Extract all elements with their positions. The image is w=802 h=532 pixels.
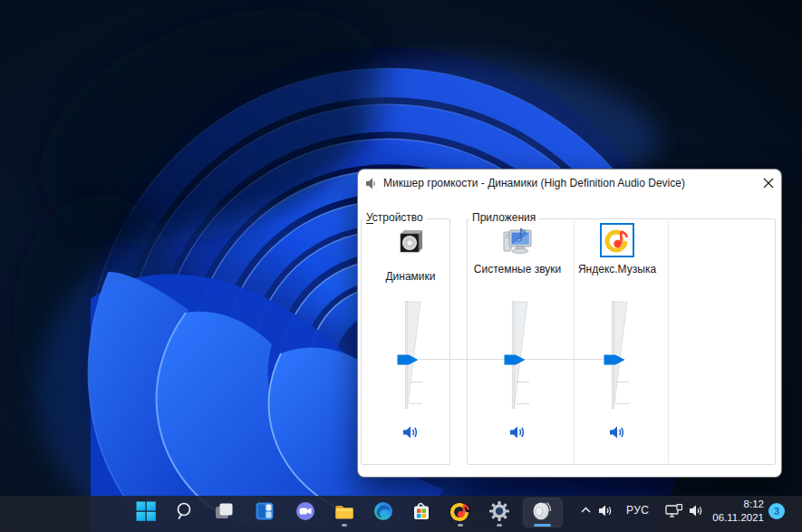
slider-thumb-system-sounds[interactable] [504,354,527,365]
notification-badge[interactable]: 3 [768,503,785,519]
tray-time: 8:12 [698,498,764,511]
mute-button-yandex-music[interactable] [606,423,628,441]
search-icon[interactable] [174,500,196,522]
mixer-channel-system-sounds: ♪ Системные звуки [472,218,563,465]
slider-thumb-speakers[interactable] [397,354,420,365]
channel-name: Системные звуки [474,263,561,276]
chat-icon[interactable] [295,500,316,522]
edge-icon[interactable] [372,500,394,522]
volume-mixer-window: Микшер громкости - Динамики (High Defini… [357,169,782,478]
tray-date: 06.11.2021 [698,511,764,525]
speaker-volume-icon [509,425,527,440]
yandex-music-icon [600,223,634,257]
speaker-volume-icon [402,425,420,440]
volume-mixer-app-icon [365,177,379,190]
running-indicator-yandex-music [458,524,463,527]
microsoft-store-icon[interactable] [411,500,432,522]
close-icon [763,178,774,189]
speakers-icon [396,227,425,256]
speaker-volume-icon [609,425,626,440]
start-button[interactable] [135,500,157,522]
taskbar: РУС 8:12 06.11.2021 3 [0,496,802,532]
running-indicator-file-explorer [342,524,347,527]
channel-name: Яндекс.Музыка [578,263,656,276]
yandex-music-taskbar-icon[interactable] [449,500,471,522]
window-titlebar[interactable]: Микшер громкости - Динамики (High Defini… [358,169,781,197]
svg-text:♪: ♪ [516,225,527,245]
file-explorer-icon[interactable] [333,500,355,522]
tray-clock[interactable]: 8:12 06.11.2021 [698,498,764,525]
volume-mixer-taskbar-icon[interactable] [531,500,553,522]
column-separator-2 [668,220,669,463]
mute-button-system-sounds[interactable] [507,423,528,441]
tray-language-indicator[interactable]: РУС [626,504,650,517]
tray-volume-icon[interactable] [598,504,614,517]
slider-thumb-yandex-music[interactable] [604,354,626,365]
mixer-channel-yandex-music: Яндекс.Музыка [572,218,662,465]
mixer-channel-speakers: Динамики [365,218,456,465]
close-button[interactable] [756,171,781,195]
system-sounds-icon: ♪ [501,224,534,256]
channel-name: Динамики [385,270,435,283]
settings-icon[interactable] [488,500,510,522]
running-indicator-settings [497,524,502,527]
tray-chevron-up-icon[interactable] [580,504,592,517]
active-indicator-volume-mixer [534,524,551,527]
widgets-icon[interactable] [254,500,275,522]
task-view-icon[interactable] [213,500,235,522]
tray-network-icon[interactable] [665,504,683,518]
mute-button-speakers[interactable] [400,423,421,441]
desktop: Микшер громкости - Динамики (High Defini… [0,0,802,532]
window-title: Микшер громкости - Динамики (High Defini… [383,169,685,197]
